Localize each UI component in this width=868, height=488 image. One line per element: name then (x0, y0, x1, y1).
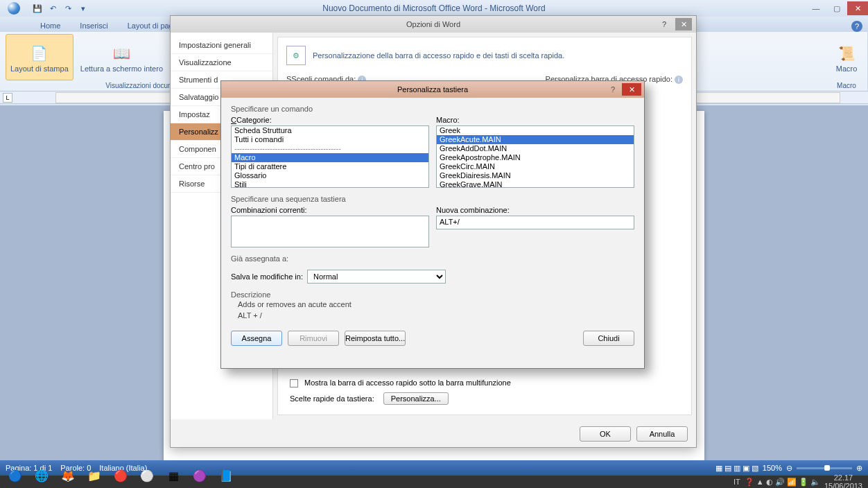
info-icon[interactable]: i (675, 76, 683, 84)
tray-clock[interactable]: 22.17 15/06/2013 (824, 473, 865, 488)
zoom-slider[interactable] (797, 467, 852, 469)
macro-item[interactable]: GreekDiairesis.MAIN (437, 171, 634, 180)
customize-keyboard-dialog: Personalizza tastiera ? ✕ Specificare un… (220, 80, 645, 369)
start-button[interactable]: 🔵 (3, 463, 28, 488)
macro-item-selected[interactable]: GreekAcute.MAIN (437, 135, 634, 144)
macro-item[interactable]: Greek (437, 126, 634, 135)
minimize-button[interactable]: — (806, 1, 826, 15)
category-item[interactable]: Tipi di carattere (232, 162, 428, 171)
assigned-to-label: Già assegnata a: (231, 254, 634, 263)
tray-language[interactable]: IT (734, 478, 740, 486)
kb-close-button[interactable]: ✕ (622, 83, 641, 96)
macro-item[interactable]: GreekCirc.MAIN (437, 162, 634, 171)
taskbar-nero-icon[interactable]: 🔴 (108, 463, 133, 488)
category-item[interactable]: Stili (232, 180, 428, 188)
new-key-label: Nuova combinazione: (436, 206, 634, 214)
categories-listbox[interactable]: Scheda Struttura Tutti i comandi -------… (231, 125, 429, 188)
show-below-label: Mostra la barra di accesso rapido sotto … (304, 378, 511, 387)
tab-insert[interactable]: Inserisci (71, 19, 116, 32)
cancel-button[interactable]: Annulla (636, 426, 688, 442)
customize-shortcuts-button[interactable]: Personalizza... (383, 392, 449, 405)
description-line1: Adds or removes an acute accent (231, 299, 634, 310)
save-in-select[interactable]: Normal (307, 270, 446, 284)
close-button[interactable]: ✕ (847, 1, 868, 15)
zoom-level[interactable]: 150% (763, 464, 782, 472)
description-line2: ALT + / (231, 310, 634, 321)
description-label: Descrizione (231, 290, 634, 299)
macro-item[interactable]: GreekAddDot.MAIN (437, 144, 634, 153)
macro-item[interactable]: GreekApostrophe.MAIN (437, 153, 634, 162)
show-below-checkbox[interactable] (290, 379, 298, 387)
current-keys-listbox[interactable] (231, 216, 429, 247)
taskbar-explorer-icon[interactable]: 📁 (82, 463, 107, 488)
taskbar-firefox-icon[interactable]: 🦊 (55, 463, 80, 488)
redo-icon[interactable]: ↷ (62, 3, 73, 14)
nav-display[interactable]: Visualizzazione (171, 54, 272, 71)
fullscreen-reading-button[interactable]: 📖 Lettura a schermo intero (76, 34, 167, 80)
app-title: Nuovo Documento di Microsoft Office Word… (322, 3, 545, 13)
kb-help-button[interactable]: ? (605, 83, 620, 96)
customize-qat-icon: ⚙ (286, 46, 306, 65)
group-macro-label: Macro (837, 80, 856, 91)
maximize-button[interactable]: ▢ (826, 1, 847, 15)
categories-label: CCategorie: (231, 116, 429, 124)
macros-listbox[interactable]: Greek GreekAcute.MAIN GreekAddDot.MAIN G… (436, 125, 634, 188)
options-title: Opzioni di Word (406, 20, 460, 28)
qat-dropdown-icon[interactable]: ▾ (78, 3, 89, 14)
help-icon[interactable]: ? (851, 21, 862, 32)
specify-command-label: Specificare un comando (231, 105, 634, 113)
undo-icon[interactable]: ↶ (47, 3, 58, 14)
current-keys-label: Combinazioni correnti: (231, 206, 429, 214)
specify-sequence-label: Specificare una sequenza tastiera (231, 195, 634, 203)
category-item[interactable]: Tutti i comandi (232, 135, 428, 144)
options-header: Personalizzazione della barra di accesso… (313, 51, 564, 60)
office-button[interactable] (0, 0, 28, 17)
save-icon[interactable]: 💾 (32, 3, 43, 14)
taskbar-word-icon[interactable]: 📘 (214, 463, 238, 488)
macro-button[interactable]: 📜 Macro (831, 34, 862, 80)
category-item[interactable]: Glossario (232, 171, 428, 180)
tray-icons[interactable]: ❓ ▲ ◐ 🔊 📶 🔋 🔈 (745, 478, 820, 487)
remove-button[interactable]: Rimuovi (288, 331, 339, 346)
ok-button[interactable]: OK (580, 426, 631, 442)
tab-type-selector[interactable]: L (3, 93, 12, 103)
nav-general[interactable]: Impostazioni generali (171, 37, 272, 54)
macro-item[interactable]: GreekGrave.MAIN (437, 180, 634, 188)
save-in-label: Salva le modifiche in: (231, 272, 303, 281)
taskbar-ie-icon[interactable]: 🌐 (29, 463, 54, 488)
close-kb-button[interactable]: Chiudi (583, 331, 634, 346)
zoom-in-button[interactable]: ⊕ (856, 464, 862, 473)
kb-shortcuts-label: Scelte rapide da tastiera: (290, 394, 374, 403)
assign-button[interactable]: Assegna (231, 331, 282, 346)
view-buttons[interactable]: ▦ ▤ ▥ ▣ ▧ (715, 464, 758, 473)
options-close-button[interactable]: ✕ (675, 18, 692, 31)
taskbar-bittorrent-icon[interactable]: 🟣 (187, 463, 212, 488)
taskbar-app-icon[interactable]: ▦ (161, 463, 186, 488)
options-help-button[interactable]: ? (657, 18, 671, 31)
category-item[interactable]: Scheda Struttura (232, 126, 428, 135)
print-layout-icon: 📄 (28, 42, 51, 64)
taskbar-hp-icon[interactable]: ⚪ (134, 463, 159, 488)
tab-home[interactable]: Home (32, 19, 69, 32)
print-layout-button[interactable]: 📄 Layout di stampa (6, 34, 73, 80)
macro-label: Macro: (436, 116, 634, 124)
category-item-selected[interactable]: Macro (232, 153, 428, 162)
kb-dialog-title: Personalizza tastiera (397, 85, 468, 94)
macro-icon: 📜 (835, 42, 858, 64)
fullscreen-icon: 📖 (110, 42, 132, 64)
zoom-out-button[interactable]: ⊖ (786, 464, 792, 473)
reset-all-button[interactable]: Reimposta tutto... (345, 331, 406, 346)
category-separator: ----------------------------------------… (232, 144, 428, 153)
new-key-input[interactable]: ALT+/ (436, 216, 634, 229)
